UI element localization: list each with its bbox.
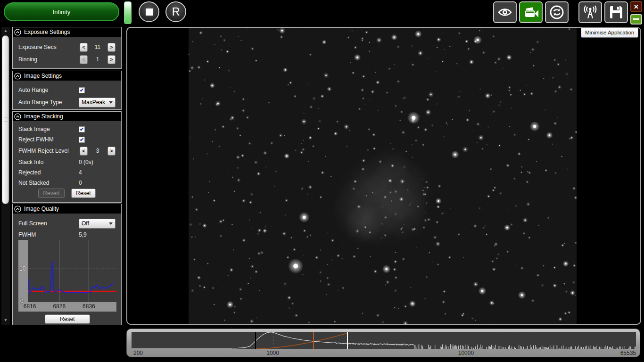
scroll-down-arrow-icon[interactable]: ▼ <box>1 316 10 324</box>
fwhm-reject-increment-button[interactable]: > <box>107 147 116 156</box>
title-bar: Infinity R <box>0 0 644 25</box>
reject-fwhm-checkbox[interactable]: ✔ <box>79 137 85 143</box>
full-screen-row: Full Screen Off <box>13 217 121 230</box>
rejected-value: 4 <box>79 169 116 176</box>
fwhm-trend-chart: 100681668266836 <box>18 240 116 312</box>
eye-icon <box>498 7 512 17</box>
panel-header-exposure-settings[interactable]: Exposure Settings <box>13 27 121 37</box>
histogram-tick-label: 1000 <box>266 350 279 356</box>
sidebar-scrollbar[interactable]: ▲ ▼ <box>1 27 10 325</box>
fwhm-x-tick-label: 6836 <box>83 303 95 310</box>
binning-label: Binning <box>18 56 80 63</box>
stop-exposure-button[interactable] <box>139 1 159 22</box>
stack-info-label: Stack Info <box>18 159 79 165</box>
collapse-chevron-icon[interactable] <box>14 73 21 80</box>
auto-range-type-dropdown[interactable]: MaxPeak <box>79 98 116 107</box>
panel-image-stacking: Image Stacking Stack Image ✔ Reject FWHM… <box>12 111 122 203</box>
close-icon: ✕ <box>634 3 639 10</box>
histogram-tick-label: 65535 <box>620 350 636 356</box>
histogram-canvas[interactable] <box>132 332 636 349</box>
panel-title: Image Settings <box>24 73 62 79</box>
antenna-broadcast-icon <box>583 5 598 19</box>
binning-increment-button[interactable]: > <box>107 55 116 64</box>
image-viewer <box>126 27 641 325</box>
exposure-progress-bar <box>124 1 132 24</box>
fwhm-reject-decrement-button[interactable]: < <box>80 147 88 156</box>
stack-info-value: 0 (0s) <box>79 159 116 165</box>
fwhm-reject-level-label: FWHM Reject Level <box>18 148 80 154</box>
video-capture-button[interactable] <box>519 1 543 23</box>
stop-square-icon <box>146 8 153 16</box>
dropdown-arrow-icon <box>109 222 113 225</box>
binning-row: Binning < 1 > <box>13 53 121 66</box>
revert-button[interactable]: Revert <box>38 189 65 198</box>
full-screen-dropdown[interactable]: Off <box>79 219 116 229</box>
fwhm-y-tick-label: 0 <box>20 298 24 304</box>
scroll-up-arrow-icon[interactable]: ▲ <box>1 27 10 34</box>
panel-title: Image Quality <box>24 206 59 212</box>
infinity-app-button[interactable]: Infinity <box>4 2 119 21</box>
fwhm-value: 5,9 <box>79 231 116 238</box>
panel-image-quality: Image Quality Full Screen Off FWHM 5,9 1… <box>12 204 122 325</box>
not-stacked-value: 0 <box>79 180 116 186</box>
close-application-button[interactable]: ✕ <box>630 1 642 12</box>
auto-range-type-label: Auto Range Type <box>18 99 79 106</box>
auto-range-checkbox[interactable]: ✔ <box>79 87 85 93</box>
fwhm-x-tick-label: 6816 <box>24 303 36 310</box>
rejected-row: Rejected 4 <box>13 167 121 178</box>
histogram-axis-labels: 20010001000065535 <box>132 350 636 357</box>
reject-fwhm-label: Reject FWHM <box>18 136 79 143</box>
exposure-secs-row: Exposure Secs < 11 > <box>13 41 121 53</box>
panel-header-image-stacking[interactable]: Image Stacking <box>13 112 121 121</box>
exposure-secs-decrement-button[interactable]: < <box>80 43 88 52</box>
auto-range-type-row: Auto Range Type MaxPeak <box>13 96 121 108</box>
quality-reset-button[interactable]: Reset <box>45 314 90 324</box>
rejected-label: Rejected <box>18 169 79 176</box>
fwhm-reject-level-row: FWHM Reject Level < 3 > <box>13 145 121 157</box>
infinity-app-window: { "titlebar": { "app_button": "Infinity"… <box>0 0 644 362</box>
fwhm-x-tick-label: 6826 <box>53 303 66 310</box>
histogram-plot-area[interactable] <box>132 332 636 349</box>
auto-range-label: Auto Range <box>18 87 79 93</box>
loop-continuous-button[interactable] <box>545 1 569 23</box>
broadcast-server-button[interactable] <box>578 1 602 23</box>
fwhm-y-tick-label: 10 <box>19 265 25 272</box>
fwhm-row: FWHM 5,9 <box>13 230 121 240</box>
scrollbar-thumb[interactable] <box>2 35 9 204</box>
fwhm-reject-level-value: 3 <box>88 148 107 154</box>
auto-range-type-value: MaxPeak <box>82 99 109 106</box>
panel-header-image-quality[interactable]: Image Quality <box>13 204 121 214</box>
binning-decrement-button[interactable]: < <box>80 55 88 64</box>
reticle-button[interactable]: R <box>165 1 186 22</box>
fwhm-chart-plot <box>28 240 116 302</box>
stack-reset-button[interactable]: Reset <box>71 189 96 198</box>
reject-fwhm-row: Reject FWHM ✔ <box>13 134 121 145</box>
not-stacked-row: Not Stacked 0 <box>13 178 121 188</box>
exposure-secs-label: Exposure Secs <box>18 44 80 50</box>
binning-value: 1 <box>88 56 107 63</box>
stack-image-label: Stack Image <box>18 126 79 132</box>
panel-header-image-settings[interactable]: Image Settings <box>13 71 121 81</box>
starfield-image <box>189 28 577 324</box>
stack-info-row: Stack Info 0 (0s) <box>13 157 121 167</box>
stack-image-row: Stack Image ✔ <box>13 124 121 134</box>
tooltip: Minimise Application <box>581 27 638 38</box>
loop-arrows-icon <box>549 5 564 20</box>
exposure-secs-increment-button[interactable]: > <box>107 43 116 52</box>
preview-button[interactable] <box>493 1 517 23</box>
save-image-button[interactable] <box>604 1 628 23</box>
not-stacked-label: Not Stacked <box>18 180 79 186</box>
panel-image-settings: Image Settings Auto Range ✔ Auto Range T… <box>12 71 122 110</box>
stack-image-checkbox[interactable]: ✔ <box>79 126 85 132</box>
dropdown-arrow-icon <box>109 101 113 104</box>
collapse-chevron-icon[interactable] <box>14 113 21 120</box>
histogram-tick-label: 10000 <box>458 350 474 356</box>
video-camera-icon <box>523 6 539 19</box>
exposure-secs-value: 11 <box>88 44 107 50</box>
minimise-application-button[interactable] <box>630 14 642 25</box>
scrollbar-grip-icon <box>4 117 8 122</box>
collapse-chevron-icon[interactable] <box>14 29 21 36</box>
auto-range-row: Auto Range ✔ <box>13 84 121 96</box>
collapse-chevron-icon[interactable] <box>14 206 21 213</box>
display-histogram[interactable]: 20010001000065535 <box>126 329 640 357</box>
